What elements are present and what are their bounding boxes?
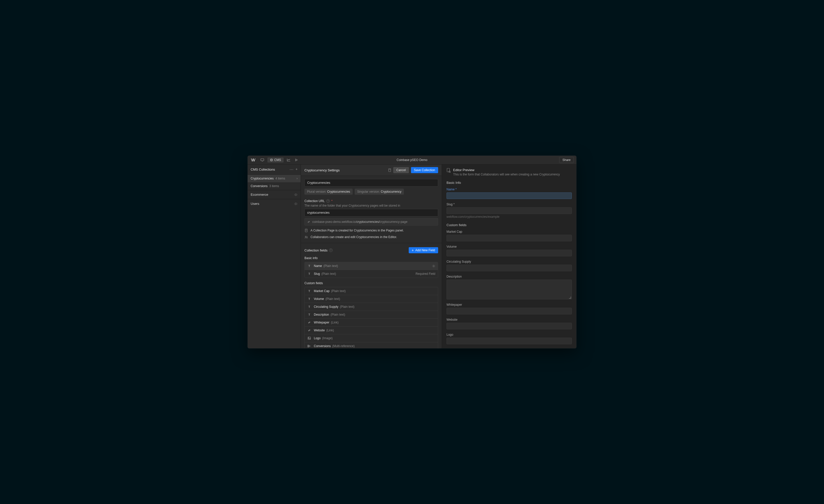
singular-chip[interactable]: Singular version: Cryptocurrency	[355, 188, 404, 195]
url-slug: cryptocurrencies/	[356, 220, 380, 224]
svg-point-1	[271, 159, 273, 160]
preview-input[interactable]	[446, 235, 572, 241]
sidebar-title: CMS Collections	[251, 167, 275, 171]
copy-icon[interactable]	[388, 168, 391, 172]
help-icon[interactable]: ?	[329, 248, 333, 252]
sidebar: CMS Collections ⋯ + Cryptocurrencies 4 i…	[247, 164, 301, 348]
url-desc: The name of the folder that your Cryptoc…	[304, 204, 438, 207]
preview-field-label: Logo	[446, 333, 572, 337]
page-icon	[304, 229, 308, 232]
preview-subtitle: This is the form that Collaborators will…	[453, 173, 560, 176]
main-area: CMS Collections ⋯ + Cryptocurrencies 4 i…	[247, 164, 577, 348]
field-row-logo[interactable]: Logo(Image)	[305, 335, 438, 342]
preview-panel: Editor Preview This is the form that Col…	[442, 164, 577, 348]
svg-point-9	[308, 338, 309, 338]
preview-field-whitepaper: Whitepaper	[446, 303, 572, 314]
device-icon[interactable]	[259, 157, 266, 163]
sidebar-section-ecommerce[interactable]: Ecommerce	[247, 190, 301, 199]
preview-input[interactable]	[446, 308, 572, 314]
preview-header: Editor Preview This is the form that Col…	[446, 168, 572, 176]
plural-chip[interactable]: Plural version: Cryptocurrencies	[304, 188, 352, 195]
preview-field-description: Description	[446, 275, 572, 299]
svg-point-6	[305, 236, 306, 237]
svg-rect-14	[447, 168, 449, 172]
share-button[interactable]: Share	[559, 157, 574, 163]
svg-point-2	[295, 194, 296, 195]
field-type-icon: T	[307, 313, 311, 316]
svg-rect-0	[261, 159, 264, 161]
basic-info-section: Basic Info	[446, 181, 572, 184]
url-label: Collection URL	[304, 199, 325, 203]
field-type-icon: T	[307, 272, 311, 275]
preview-field-label: Circulating Supply	[446, 260, 572, 263]
preview-slug-label: Slug *	[446, 203, 572, 206]
info-line-2: Collaborators can create and edit Crypto…	[304, 235, 438, 239]
gear-icon[interactable]	[432, 264, 435, 268]
play-icon[interactable]	[293, 157, 300, 163]
field-type-icon	[307, 337, 311, 340]
svg-point-7	[433, 265, 434, 266]
preview-field-circulating-supply: Circulating Supply	[446, 260, 572, 271]
collection-name-input[interactable]	[304, 179, 438, 186]
url-page: cryptocurrency-page	[380, 220, 407, 224]
settings-panel: Cryptocurrency Settings Cancel Save Coll…	[301, 164, 442, 348]
project-title: Coinbase pSEO Demo	[397, 158, 427, 162]
svg-rect-11	[308, 346, 309, 347]
more-icon[interactable]: ⋯	[290, 167, 294, 172]
add-field-button[interactable]: + Add New Field	[409, 247, 438, 253]
analytics-icon[interactable]	[285, 157, 292, 163]
add-collection-icon[interactable]: +	[296, 167, 298, 172]
preview-field-website: Website	[446, 318, 572, 329]
field-row-market-cap[interactable]: TMarket Cap(Plain text)	[305, 287, 438, 295]
help-icon[interactable]: ?	[326, 199, 330, 203]
field-type-icon	[307, 321, 311, 324]
fields-header: Collection fields ? + Add New Field	[304, 247, 438, 253]
preview-name-input[interactable]	[446, 193, 572, 199]
settings-header: Cryptocurrency Settings Cancel Save Coll…	[301, 164, 442, 176]
basic-info-label: Basic info	[304, 256, 438, 260]
required-star: *	[331, 199, 333, 203]
svg-rect-10	[308, 345, 309, 346]
field-row-slug[interactable]: TSlug(Plain text)Required Field	[305, 270, 438, 278]
resize-handle-icon[interactable]	[569, 297, 571, 299]
field-row-name[interactable]: TName(Plain text)	[305, 262, 438, 270]
field-row-volume[interactable]: TVolume(Plain text)	[305, 295, 438, 303]
cancel-button[interactable]: Cancel	[393, 167, 409, 173]
field-row-description[interactable]: TDescription(Plain text)	[305, 311, 438, 319]
preview-textarea[interactable]	[446, 280, 572, 299]
settings-actions: Cancel Save Collection	[388, 167, 438, 173]
collection-url-input[interactable]	[304, 209, 438, 217]
custom-fields-section: Custom fields	[446, 223, 572, 227]
app-window: CMS Coinbase pSEO Demo Share CMS Collect…	[247, 156, 577, 348]
singular-value: Cryptocurrency	[381, 190, 401, 194]
preview-input[interactable]	[446, 265, 572, 271]
save-button[interactable]: Save Collection	[411, 167, 438, 173]
basic-fields-list: TName(Plain text)TSlug(Plain text)Requir…	[304, 262, 438, 278]
field-row-website[interactable]: Website(Link)	[305, 327, 438, 335]
url-label-row: Collection URL ? *	[304, 199, 438, 203]
sidebar-section-users[interactable]: Users	[247, 199, 301, 208]
plural-value: Cryptocurrencies	[327, 190, 350, 194]
svg-rect-8	[308, 337, 311, 340]
field-row-circulating-supply[interactable]: TCirculating Supply(Plain text)	[305, 303, 438, 311]
preview-input[interactable]	[446, 323, 572, 329]
database-icon	[270, 158, 273, 161]
visibility-icon[interactable]	[294, 203, 298, 205]
preview-field-market-cap: Market Cap	[446, 230, 572, 241]
visibility-icon[interactable]	[294, 194, 298, 196]
preview-name-field: Name *	[446, 187, 572, 199]
preview-field-volume: Volume	[446, 245, 572, 256]
sidebar-item-conversions[interactable]: Conversions 3 items	[247, 182, 301, 190]
sidebar-item-cryptocurrencies[interactable]: Cryptocurrencies 4 items›	[247, 175, 301, 182]
preview-slug-input[interactable]	[446, 207, 572, 214]
field-type-icon: T	[307, 297, 311, 300]
preview-field-logo: Logo	[446, 333, 572, 344]
webflow-logo-icon[interactable]	[250, 157, 256, 163]
field-row-conversions[interactable]: Conversions(Multi-reference)	[305, 342, 438, 348]
field-type-icon: T	[307, 305, 311, 308]
singular-label: Singular version:	[357, 190, 380, 194]
preview-input[interactable]	[446, 250, 572, 256]
field-row-whitepaper[interactable]: Whitepaper(Link)	[305, 319, 438, 327]
preview-input[interactable]	[446, 338, 572, 344]
cms-chip[interactable]: CMS	[268, 157, 284, 162]
